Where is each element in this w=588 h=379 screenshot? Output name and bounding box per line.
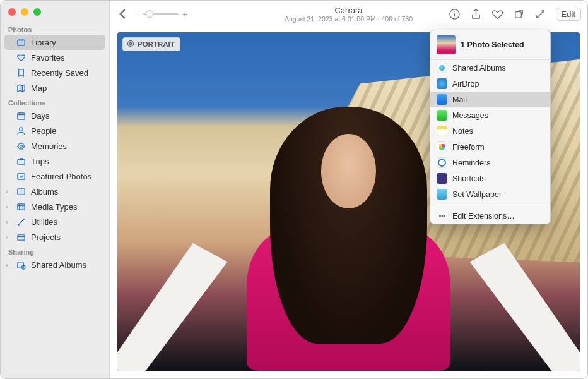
svg-rect-14 — [515, 11, 522, 18]
svg-point-15 — [128, 41, 134, 47]
svg-point-16 — [129, 42, 131, 44]
share-thumbnail — [437, 35, 456, 54]
memories-icon — [16, 141, 26, 151]
share-item-notes[interactable]: Notes — [430, 123, 550, 139]
sidebar-item-label: Recently Saved — [31, 68, 88, 78]
share-item-reminders[interactable]: Reminders — [430, 155, 550, 171]
zoom-thumb[interactable] — [146, 10, 153, 18]
share-item-mail[interactable]: Mail — [430, 92, 550, 107]
zoom-slider[interactable]: – + — [135, 9, 187, 19]
share-item-label: Notes — [452, 127, 473, 136]
bookmark-icon — [16, 68, 26, 78]
auto-enhance-button[interactable] — [534, 8, 547, 20]
reminders-icon — [437, 157, 447, 168]
sidebar-item-label: Shared Albums — [31, 260, 86, 270]
sparkle-icon — [16, 171, 26, 181]
portrait-icon — [127, 40, 134, 49]
portrait-badge: PORTRAIT — [122, 37, 180, 51]
share-item-airdrop[interactable]: AirDrop — [430, 76, 550, 92]
sidebar-item-label: Trips — [31, 157, 49, 166]
sidebar-item-media-types[interactable]: ›Media Types — [1, 199, 109, 214]
sidebar-item-label: Featured Photos — [31, 172, 91, 181]
sidebar-item-favorites[interactable]: Favorites — [1, 50, 109, 65]
share-item-label: Reminders — [452, 159, 490, 167]
share-item-set-wallpaper[interactable]: Set Wallpaper — [430, 186, 550, 202]
sidebar-item-trips[interactable]: Trips — [1, 153, 109, 169]
calendar-icon — [16, 111, 26, 121]
svg-point-5 — [20, 145, 22, 147]
sidebar-item-label: Days — [31, 111, 50, 121]
sidebar-item-shared-albums[interactable]: ›Shared Albums — [1, 257, 109, 272]
svg-rect-7 — [17, 173, 24, 179]
sidebar-item-memories[interactable]: Memories — [1, 138, 109, 153]
share-item-label: Messages — [452, 111, 488, 120]
sidebar-item-label: Map — [31, 83, 47, 93]
svg-rect-11 — [17, 262, 23, 267]
sharedalbum-icon — [16, 260, 26, 270]
share-item-label: Mail — [452, 95, 467, 104]
sidebar-item-people[interactable]: People — [1, 123, 109, 138]
disclosure-icon[interactable]: › — [6, 262, 8, 268]
back-button[interactable] — [116, 7, 130, 21]
sidebar-item-recently-saved[interactable]: Recently Saved — [1, 65, 109, 80]
share-item-messages[interactable]: Messages — [430, 107, 550, 123]
extensions-icon — [437, 210, 447, 221]
share-edit-extensions[interactable]: Edit Extensions… — [430, 208, 550, 224]
airdrop-icon — [437, 78, 447, 89]
sidebar-item-utilities[interactable]: ›Utilities — [1, 214, 109, 229]
sidebar-item-map[interactable]: Map — [1, 80, 109, 95]
svg-rect-0 — [17, 40, 24, 45]
share-menu: 1 Photo Selected Shared AlbumsAirDropMai… — [430, 30, 551, 224]
sidebar-item-projects[interactable]: ›Projects — [1, 229, 109, 244]
notes-icon — [437, 126, 447, 136]
sidebar-item-library[interactable]: Library — [4, 35, 105, 50]
disclosure-icon[interactable]: › — [6, 203, 8, 210]
sidebar-item-days[interactable]: Days — [1, 108, 109, 123]
svg-rect-6 — [17, 159, 24, 164]
svg-rect-9 — [17, 203, 24, 209]
sidebar-item-label: Projects — [31, 232, 61, 242]
sidebar-item-featured-photos[interactable]: Featured Photos — [1, 169, 109, 184]
photo-subtitle: August 21, 2023 at 6:01:00 PM · 406 of 7… — [285, 15, 413, 23]
svg-point-3 — [19, 127, 23, 131]
sidebar-item-label: Albums — [31, 187, 58, 196]
edit-button[interactable]: Edit — [556, 8, 581, 21]
share-item-shortcuts[interactable]: Shortcuts — [430, 171, 550, 186]
info-button[interactable] — [449, 8, 461, 20]
disclosure-icon[interactable]: › — [6, 234, 8, 241]
close-window-button[interactable] — [8, 8, 16, 16]
share-header-label: 1 Photo Selected — [461, 40, 524, 49]
sidebar-item-label: People — [31, 126, 56, 136]
svg-rect-2 — [17, 112, 24, 119]
favorite-button[interactable] — [491, 8, 504, 20]
zoom-track[interactable] — [143, 13, 179, 15]
wallpaper-icon — [437, 189, 447, 200]
person-icon — [16, 126, 26, 136]
shortcuts-icon — [437, 173, 447, 184]
share-item-label: Shared Albums — [452, 64, 506, 73]
disclosure-icon[interactable]: › — [6, 219, 8, 226]
sidebar-item-label: Utilities — [31, 217, 57, 227]
zoom-window-button[interactable] — [33, 8, 41, 16]
mediatypes-icon — [16, 202, 26, 212]
photo-title: Carrara — [285, 6, 413, 15]
svg-point-4 — [18, 143, 23, 148]
share-item-shared-albums[interactable]: Shared Albums — [430, 60, 550, 76]
svg-point-17 — [439, 215, 440, 217]
zoom-in-label: + — [182, 9, 187, 19]
sidebar-item-label: Media Types — [31, 202, 77, 212]
sidebar-item-label: Library — [31, 38, 56, 47]
svg-point-18 — [442, 215, 443, 217]
share-button[interactable] — [470, 8, 483, 20]
projects-icon — [16, 232, 26, 242]
minimize-window-button[interactable] — [21, 8, 28, 16]
main-content: – + Carrara August 21, 2023 at 6:01:00 P… — [110, 1, 587, 378]
toolbar: – + Carrara August 21, 2023 at 6:01:00 P… — [110, 1, 587, 27]
sidebar-item-albums[interactable]: ›Albums — [1, 184, 109, 199]
disclosure-icon[interactable]: › — [6, 188, 8, 195]
rotate-button[interactable] — [513, 8, 526, 20]
map-icon — [16, 83, 26, 93]
freeform-icon — [437, 141, 447, 152]
svg-point-19 — [444, 215, 445, 217]
share-item-freeform[interactable]: Freeform — [430, 139, 550, 155]
